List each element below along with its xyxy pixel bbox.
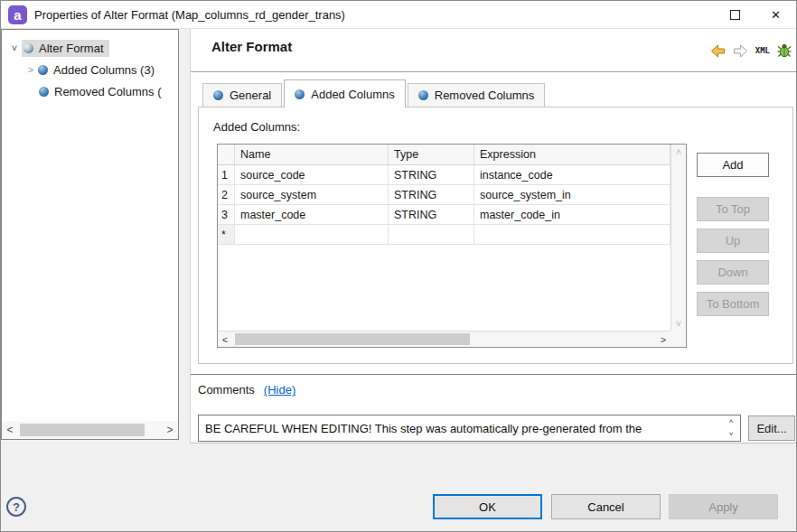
page-title: Alter Format <box>211 39 292 54</box>
scroll-left-icon[interactable]: ˂ <box>2 424 18 436</box>
table-row: 2 source_system STRING source_system_in <box>218 185 670 205</box>
cell-expression[interactable]: source_system_in <box>474 185 670 205</box>
window-title: Properties of Alter Format (Map_columns_… <box>34 8 345 22</box>
tab-strip: General Added Columns Removed Columns <box>202 79 547 107</box>
cell-name[interactable]: master_code <box>235 205 389 225</box>
table-header-row: Name Type Expression <box>218 145 670 165</box>
main-panel: Alter Format XML <box>190 29 797 443</box>
cancel-button[interactable]: Cancel <box>551 494 661 519</box>
help-icon[interactable]: ? <box>6 497 26 517</box>
structure-tree-panel: ˅ Alter Format ˃ Added Columns (3) Remov… <box>1 29 179 440</box>
cell-type[interactable]: STRING <box>389 205 474 225</box>
comment-spinner[interactable]: ˄ ˅ <box>725 418 737 438</box>
up-button[interactable]: Up <box>697 229 769 253</box>
comments-label: Comments <box>198 383 255 397</box>
cell-name[interactable]: source_system <box>235 185 389 205</box>
comment-input[interactable] <box>198 415 741 442</box>
tab-label: Added Columns <box>311 88 395 101</box>
table-horizontal-scrollbar[interactable]: ˂ ˃ <box>218 331 670 347</box>
hide-comments-link[interactable]: (Hide) <box>264 383 295 397</box>
tab-label: General <box>230 89 271 102</box>
add-button[interactable]: Add <box>697 153 769 177</box>
row-header-cell[interactable]: 2 <box>218 185 235 205</box>
added-columns-table: Name Type Expression 1 source_code STRIN… <box>217 144 687 348</box>
close-button[interactable]: ✕ <box>755 1 796 29</box>
scroll-thumb[interactable] <box>235 333 470 345</box>
node-icon <box>38 65 48 75</box>
scroll-right-icon[interactable]: ˃ <box>656 334 670 345</box>
tab-general[interactable]: General <box>202 83 282 107</box>
forward-arrow-icon[interactable] <box>733 44 748 58</box>
back-arrow-icon[interactable] <box>710 44 726 58</box>
column-header-name[interactable]: Name <box>235 145 389 165</box>
scroll-left-icon[interactable]: ˂ <box>218 334 232 345</box>
spinner-down-icon[interactable]: ˅ <box>729 431 734 438</box>
tree-horizontal-scrollbar[interactable]: ˂ ˃ <box>2 421 178 439</box>
collapse-icon[interactable]: ˅ <box>7 42 22 53</box>
scrollbar-corner <box>670 331 686 347</box>
to-bottom-button[interactable]: To Bottom <box>697 292 769 316</box>
cell-expression[interactable]: instance_code <box>474 165 670 185</box>
spinner-up-icon[interactable]: ˄ <box>729 418 734 425</box>
down-button[interactable]: Down <box>697 260 769 285</box>
cell-type[interactable] <box>389 225 474 245</box>
tree-item-label: Removed Columns ( <box>54 85 162 98</box>
table-row: 3 master_code STRING master_code_in <box>218 205 670 225</box>
tree-item-alter-format[interactable]: ˅ Alter Format <box>2 37 178 59</box>
properties-dialog: a Properties of Alter Format (Map_column… <box>0 0 797 532</box>
tree-item-label: Alter Format <box>39 42 104 55</box>
row-header-cell[interactable]: 1 <box>218 165 235 185</box>
title-bar: a Properties of Alter Format (Map_column… <box>1 1 796 29</box>
cell-expression[interactable]: master_code_in <box>474 205 670 225</box>
added-columns-pane: Added Columns: Name Type Expression 1 so… <box>198 107 793 364</box>
node-icon <box>39 87 49 97</box>
edit-comment-button[interactable]: Edit... <box>748 415 795 441</box>
header-separator <box>191 71 797 72</box>
cell-type[interactable]: STRING <box>389 185 474 205</box>
comment-field-wrap: ˄ ˅ <box>198 415 741 442</box>
scroll-down-icon[interactable]: ˅ <box>676 318 681 329</box>
cell-name[interactable]: source_code <box>235 165 389 185</box>
scroll-right-icon[interactable]: ˃ <box>162 424 178 436</box>
comments-separator <box>191 374 797 375</box>
tab-icon <box>213 90 223 100</box>
column-header-expression[interactable]: Expression <box>474 145 670 165</box>
tab-icon <box>418 90 428 100</box>
ok-button[interactable]: OK <box>433 494 542 519</box>
xml-source-icon[interactable]: XML <box>755 46 770 55</box>
maximize-button[interactable] <box>715 1 755 29</box>
cell-expression[interactable] <box>474 225 670 245</box>
cell-type[interactable]: STRING <box>389 165 474 185</box>
table-row: 1 source_code STRING instance_code <box>218 165 670 185</box>
tree-item-label: Added Columns (3) <box>53 63 155 77</box>
row-header-cell[interactable]: * <box>218 225 235 245</box>
row-header-cell[interactable]: 3 <box>218 205 235 225</box>
column-header-type[interactable]: Type <box>389 145 474 165</box>
corner-header-cell <box>218 145 235 165</box>
window-controls: ✕ <box>715 1 796 29</box>
table-caption: Added Columns: <box>213 120 300 134</box>
table-new-row: * <box>218 225 670 245</box>
table-vertical-scrollbar[interactable]: ˄ ˅ <box>670 145 686 331</box>
expand-icon[interactable]: ˃ <box>23 64 38 75</box>
step-icon <box>23 43 33 53</box>
header-toolbar: XML <box>710 43 792 58</box>
app-icon: a <box>8 5 27 24</box>
close-icon: ✕ <box>771 9 781 21</box>
scroll-up-icon[interactable]: ˄ <box>676 146 681 157</box>
tree-item-removed-columns[interactable]: Removed Columns ( <box>2 80 178 102</box>
maximize-icon <box>730 10 740 20</box>
to-top-button[interactable]: To Top <box>697 197 769 221</box>
cell-name[interactable] <box>235 225 389 245</box>
tree-item-added-columns[interactable]: ˃ Added Columns (3) <box>2 59 178 80</box>
tab-removed-columns[interactable]: Removed Columns <box>408 83 546 107</box>
scroll-thumb[interactable] <box>20 424 145 436</box>
apply-button[interactable]: Apply <box>669 494 778 519</box>
tree-selection: Alter Format <box>22 40 109 57</box>
debug-bug-icon[interactable] <box>777 43 792 58</box>
tab-label: Removed Columns <box>435 89 535 102</box>
tab-added-columns[interactable]: Added Columns <box>284 79 406 107</box>
tab-icon <box>295 89 305 99</box>
